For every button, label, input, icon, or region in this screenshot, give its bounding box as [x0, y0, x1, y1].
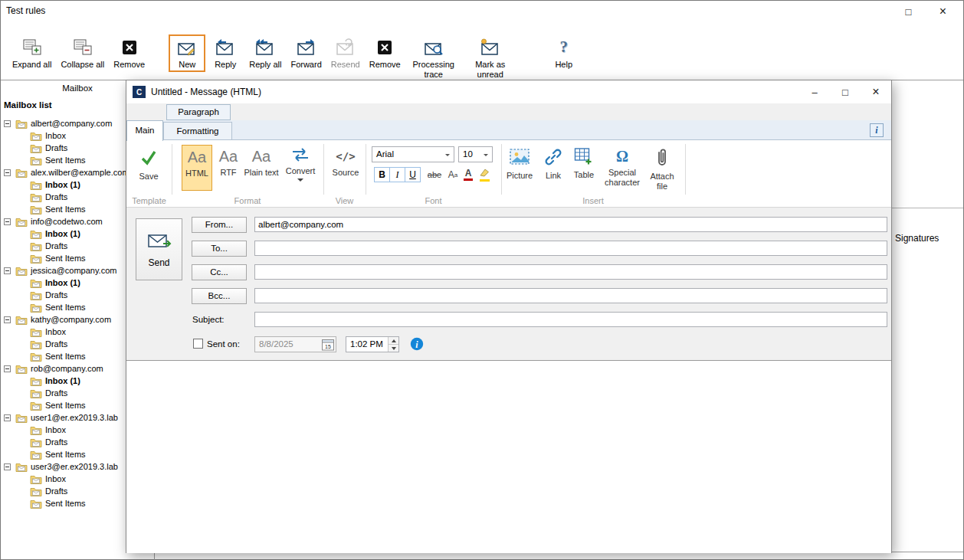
- sent-date-picker[interactable]: 8/8/2025 15: [254, 336, 336, 352]
- resend-button[interactable]: Resend: [327, 34, 364, 72]
- highlight-button[interactable]: [477, 167, 491, 182]
- sent-on-checkbox[interactable]: [193, 339, 203, 349]
- sent-time-input[interactable]: 1:02 PM: [346, 336, 399, 352]
- collapse-toggle-icon[interactable]: [4, 218, 11, 225]
- insert-table-button[interactable]: Table: [569, 145, 599, 194]
- mark-as-unread-button[interactable]: Mark as unread: [463, 34, 518, 81]
- format-plain-text-button[interactable]: Aa Plain text: [244, 145, 279, 191]
- cc-button[interactable]: Cc...: [192, 264, 247, 280]
- collapse-toggle-icon[interactable]: [4, 414, 11, 421]
- font-color-button[interactable]: A: [462, 167, 474, 182]
- chevron-down-icon: [484, 154, 488, 159]
- link-label: Link: [546, 171, 561, 181]
- attach-file-label: Attach file: [645, 172, 679, 191]
- group-separator: [323, 144, 324, 195]
- expand-all-button[interactable]: Expand all: [8, 34, 55, 72]
- font-size-select[interactable]: 10: [458, 146, 493, 162]
- calendar-icon: 15: [322, 339, 334, 351]
- date-value: 8/8/2025: [259, 339, 293, 349]
- reply-icon: [215, 37, 235, 57]
- bold-button[interactable]: B: [374, 167, 390, 182]
- reply-button[interactable]: Reply: [207, 34, 244, 72]
- to-input[interactable]: [254, 241, 887, 256]
- spinner-up-icon[interactable]: [388, 337, 398, 345]
- insert-link-button[interactable]: Link: [540, 145, 566, 194]
- from-button[interactable]: From...: [192, 217, 247, 233]
- tab-main[interactable]: Main: [126, 120, 163, 141]
- remove-icon: [120, 37, 139, 57]
- remove-message-button[interactable]: Remove: [366, 34, 405, 72]
- strikethrough-button[interactable]: abe: [425, 167, 444, 182]
- format-html-button[interactable]: Aa HTML: [182, 145, 212, 191]
- dialog-titlebar: C Untitled - Message (HTML) – □ ×: [126, 80, 891, 103]
- expand-icon: [23, 37, 41, 57]
- group-label-insert: Insert: [501, 196, 685, 205]
- mail-folder-icon: [30, 376, 42, 386]
- help-button[interactable]: ?Help: [546, 34, 582, 72]
- collapse-toggle-icon[interactable]: [4, 316, 11, 323]
- mailbox-name: user1@er.ex2019.3.lab: [31, 413, 118, 422]
- signatures-panel-separator: [892, 208, 963, 208]
- folder-name: Inbox (1): [45, 376, 80, 385]
- toolbar-button-label: Mark as unread: [467, 60, 514, 79]
- info-button[interactable]: i: [870, 123, 884, 137]
- superscript-button[interactable]: Aa: [446, 167, 460, 182]
- folder-name: Drafts: [45, 290, 67, 300]
- new-button[interactable]: New: [169, 34, 205, 72]
- insert-picture-button[interactable]: Picture: [503, 145, 536, 194]
- remove-rule-button[interactable]: Remove: [110, 34, 149, 72]
- underline-button[interactable]: U: [405, 167, 421, 182]
- font-family-value: Arial: [376, 149, 394, 159]
- source-button[interactable]: </> Source: [328, 145, 363, 191]
- cc-input[interactable]: [254, 264, 887, 280]
- spinner-down-icon[interactable]: [388, 345, 398, 352]
- mail-folder-icon: [30, 254, 42, 264]
- dialog-minimize-icon[interactable]: –: [799, 80, 830, 103]
- mail-folder-icon: [30, 131, 42, 141]
- tab-paragraph[interactable]: Paragraph: [166, 104, 231, 120]
- processing-trace-button[interactable]: Processing trace: [406, 34, 461, 81]
- insert-special-character-button[interactable]: Ω Special character: [601, 145, 644, 194]
- bcc-input[interactable]: [254, 288, 887, 303]
- collapse-toggle-icon[interactable]: [4, 463, 11, 470]
- dialog-close-icon[interactable]: ×: [861, 80, 891, 103]
- attach-file-button[interactable]: Attach file: [645, 145, 679, 194]
- mailbox-icon: [15, 217, 28, 227]
- tab-formatting[interactable]: Formatting: [163, 122, 232, 140]
- dialog-title: Untitled - Message (HTML): [151, 87, 261, 97]
- from-input[interactable]: [254, 217, 887, 232]
- svg-text:15: 15: [325, 344, 331, 349]
- mailbox-icon: [15, 413, 28, 423]
- to-button[interactable]: To...: [192, 241, 247, 257]
- convert-button[interactable]: Convert: [280, 145, 320, 191]
- forward-button[interactable]: Forward: [287, 34, 325, 72]
- mailbox-name: kathy@company.com: [31, 315, 111, 324]
- group-separator: [685, 144, 686, 195]
- font-family-select[interactable]: Arial: [372, 146, 454, 162]
- maximize-icon[interactable]: □: [891, 1, 926, 22]
- rtf-label: RTF: [220, 168, 236, 178]
- convert-icon: [290, 147, 310, 164]
- collapse-toggle-icon[interactable]: [4, 120, 11, 127]
- reply-all-button[interactable]: Reply all: [245, 34, 285, 72]
- format-rtf-button[interactable]: Aa RTF: [214, 145, 243, 191]
- collapse-all-button[interactable]: Collapse all: [57, 34, 108, 72]
- bcc-button[interactable]: Bcc...: [192, 288, 247, 304]
- mailbox-list-caption: Mailbox list: [4, 100, 52, 110]
- close-icon[interactable]: ×: [926, 1, 960, 22]
- collapse-toggle-icon[interactable]: [4, 267, 11, 274]
- send-button[interactable]: Send: [136, 218, 182, 280]
- message-dialog: C Untitled - Message (HTML) – □ × Paragr…: [126, 80, 892, 553]
- save-button[interactable]: Save: [131, 146, 166, 192]
- folder-name: Drafts: [45, 339, 67, 349]
- collapse-toggle-icon[interactable]: [4, 169, 11, 176]
- mail-folder-icon: [30, 229, 42, 239]
- yellow-color-bar: [480, 179, 490, 182]
- italic-button[interactable]: I: [389, 167, 405, 182]
- html-label: HTML: [185, 169, 208, 178]
- collapse-toggle-icon[interactable]: [4, 365, 11, 372]
- message-body-editor[interactable]: [126, 360, 891, 553]
- subject-input[interactable]: [254, 312, 887, 327]
- dialog-maximize-icon[interactable]: □: [830, 80, 861, 103]
- superscript-icon: A: [448, 169, 454, 180]
